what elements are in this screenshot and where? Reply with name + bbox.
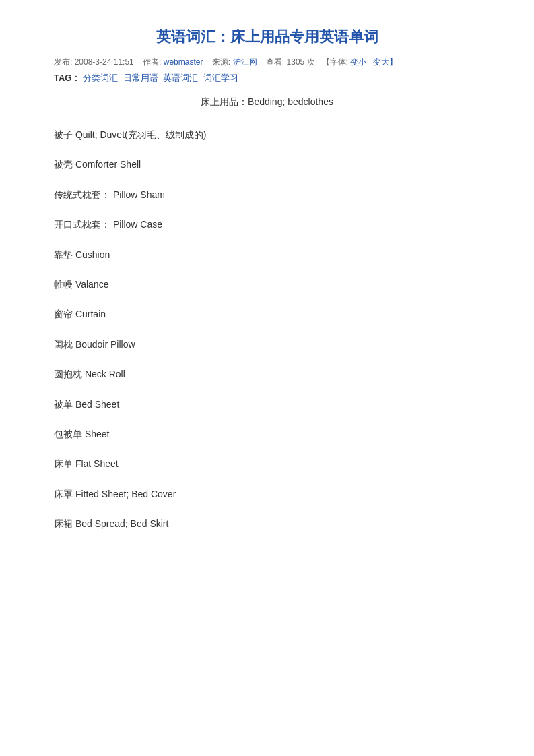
intro-line: 床上用品：Bedding; bedclothes <box>54 96 480 108</box>
vocab-item: 被子 Quilt; Duvet(充羽毛、绒制成的) <box>54 127 480 142</box>
vocab-chinese: 床单 <box>54 458 75 469</box>
vocab-chinese: 靠垫 <box>54 249 75 260</box>
vocab-english: Cushion <box>75 249 110 260</box>
vocab-english: Curtain <box>75 309 106 319</box>
tag-link-2[interactable]: 日常用语 <box>123 73 158 83</box>
tag-label: TAG： <box>54 73 80 83</box>
vocab-chinese: 圆抱枕 <box>54 369 85 379</box>
vocab-english: Comforter Shell <box>75 159 141 170</box>
vocab-english: Neck Roll <box>85 369 125 379</box>
vocab-item: 被壳 Comforter Shell <box>54 157 480 172</box>
vocab-english: Quilt; Duvet(充羽毛、绒制成的) <box>75 129 206 140</box>
vocab-item: 开口式枕套： Pillow Case <box>54 217 480 232</box>
vocab-english: Flat Sheet <box>75 458 119 469</box>
vocab-chinese: 被壳 <box>54 159 75 170</box>
vocab-english: Sheet <box>85 429 110 439</box>
vocab-item: 包被单 Sheet <box>54 427 480 441</box>
vocab-chinese: 床罩 <box>54 489 75 499</box>
vocab-english: Boudoir Pillow <box>75 339 135 350</box>
views-label: 查看: <box>266 57 284 67</box>
publish-date: 发布: 2008-3-24 11:51 <box>54 57 134 67</box>
font-large-button[interactable]: 变大】 <box>373 57 397 67</box>
views-count: 1305 次 <box>287 57 315 67</box>
vocab-item: 窗帘 Curtain <box>54 307 480 321</box>
vocab-english: Pillow Case <box>113 219 162 230</box>
vocab-chinese: 包被单 <box>54 429 85 439</box>
tag-link-1[interactable]: 分类词汇 <box>83 73 118 83</box>
vocab-item: 帷幔 Valance <box>54 277 480 292</box>
vocab-chinese: 被子 <box>54 129 75 140</box>
vocab-english: Bed Sheet <box>75 399 119 410</box>
vocab-chinese: 开口式枕套： <box>54 219 113 230</box>
author-link[interactable]: webmaster <box>164 57 203 67</box>
vocab-item: 传统式枕套： Pillow Sham <box>54 187 480 202</box>
vocab-chinese: 窗帘 <box>54 309 75 319</box>
vocab-chinese: 传统式枕套： <box>54 189 113 200</box>
source-link[interactable]: 沪江网 <box>233 57 257 67</box>
vocab-item: 闺枕 Boudoir Pillow <box>54 337 480 352</box>
vocab-chinese: 被单 <box>54 399 75 410</box>
tag-line: TAG： 分类词汇 日常用语 英语词汇 词汇学习 <box>54 72 480 84</box>
vocab-chinese: 帷幔 <box>54 279 75 290</box>
vocab-list: 被子 Quilt; Duvet(充羽毛、绒制成的)被壳 Comforter Sh… <box>54 127 480 531</box>
meta-info: 发布: 2008-3-24 11:51 作者: webmaster 来源: 沪江… <box>54 57 480 68</box>
vocab-item: 圆抱枕 Neck Roll <box>54 367 480 381</box>
vocab-item: 床裙 Bed Spread; Bed Skirt <box>54 516 480 531</box>
vocab-chinese: 闺枕 <box>54 339 75 350</box>
vocab-english: Bed Spread; Bed Skirt <box>75 518 169 529</box>
vocab-item: 被单 Bed Sheet <box>54 397 480 412</box>
vocab-chinese: 床裙 <box>54 518 75 529</box>
font-label: 【字体: <box>322 57 348 67</box>
tag-link-3[interactable]: 英语词汇 <box>163 73 198 83</box>
vocab-item: 床单 Flat Sheet <box>54 456 480 471</box>
vocab-item: 靠垫 Cushion <box>54 247 480 262</box>
font-small-button[interactable]: 变小 <box>350 57 366 67</box>
author-label: 作者: <box>143 57 161 67</box>
vocab-english: Fitted Sheet; Bed Cover <box>75 489 176 499</box>
vocab-english: Pillow Sham <box>113 189 165 200</box>
vocab-item: 床罩 Fitted Sheet; Bed Cover <box>54 486 480 501</box>
vocab-english: Valance <box>75 279 109 290</box>
tag-link-4[interactable]: 词汇学习 <box>203 73 238 83</box>
page-title: 英语词汇：床上用品专用英语单词 <box>54 27 480 47</box>
source-label: 来源: <box>212 57 230 67</box>
